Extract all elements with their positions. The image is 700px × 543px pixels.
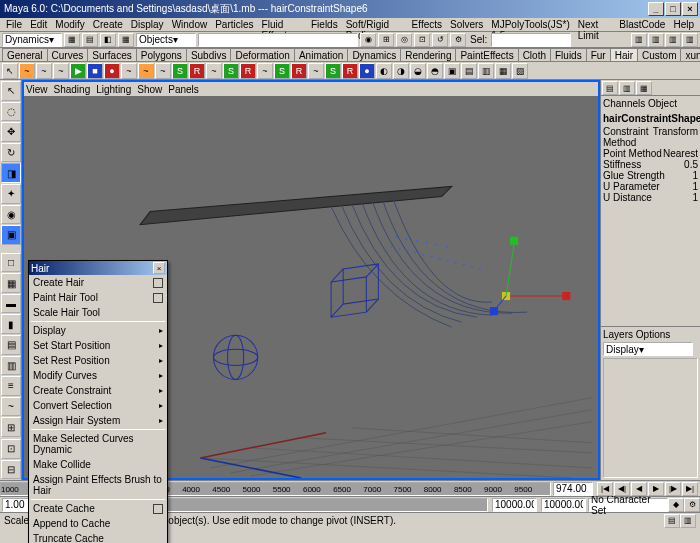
anim-end-field[interactable]	[541, 498, 586, 512]
tab-polygons[interactable]: Polygons	[136, 48, 187, 61]
snap-1-icon[interactable]: ◉	[360, 33, 376, 47]
menu-display[interactable]: Display	[127, 18, 168, 31]
shelf-icon-4[interactable]: ~	[53, 63, 69, 79]
lasso-tool-icon[interactable]: ◌	[1, 102, 21, 122]
step-fwd-icon[interactable]: |▶	[665, 482, 681, 496]
shelf-icon-7[interactable]: ~	[121, 63, 137, 79]
hair-menu-item[interactable]: Truncate Cache	[29, 531, 167, 543]
tab-fluids[interactable]: Fluids	[550, 48, 587, 61]
shelf-icon-9[interactable]: ~	[155, 63, 171, 79]
shelf-icon-20[interactable]: ▥	[478, 63, 494, 79]
attr-value[interactable]: 0.5	[684, 159, 698, 170]
snap-4-icon[interactable]: ⊡	[414, 33, 430, 47]
hair-menu-item[interactable]: Convert Selection▸	[29, 398, 167, 413]
hair-menu-item[interactable]: Set Rest Position▸	[29, 353, 167, 368]
range-end-field[interactable]	[492, 498, 537, 512]
rotate-tool-icon[interactable]: ↻	[1, 143, 21, 163]
hair-menu-item[interactable]: Modify Curves▸	[29, 368, 167, 383]
menu-particles[interactable]: Particles	[211, 18, 257, 31]
menu-soft-rigid[interactable]: Soft/Rigid Bodies	[342, 18, 408, 31]
step-back-icon[interactable]: ◀|	[614, 482, 630, 496]
menu-modify[interactable]: Modify	[51, 18, 88, 31]
quick-render-icon[interactable]: ⊡	[1, 439, 21, 459]
layout-3b-icon[interactable]: ▥	[1, 356, 21, 376]
menu-next-limit[interactable]: Next Limit	[574, 18, 616, 31]
tab-general[interactable]: General	[2, 48, 48, 61]
option-box-icon[interactable]	[153, 278, 163, 288]
hair-menu-item[interactable]: Assign Paint Effects Brush to Hair	[29, 472, 167, 498]
close-button[interactable]: ×	[682, 2, 698, 16]
menu-help[interactable]: Help	[669, 18, 698, 31]
scale-handle-y[interactable]	[510, 237, 518, 245]
shelf-icon-16[interactable]: ◒	[410, 63, 426, 79]
name-field[interactable]	[198, 33, 358, 47]
attr-tab-icon[interactable]: ▦	[636, 81, 652, 95]
soft-tool-icon[interactable]: ◉	[1, 205, 21, 225]
shelf-icon-8[interactable]: ~	[138, 63, 154, 79]
charset-dropdown[interactable]: No Character Set	[588, 498, 668, 512]
hair-menu-item[interactable]: Create Constraint▸	[29, 383, 167, 398]
tab-custom[interactable]: Custom	[637, 48, 681, 61]
tab-rendering[interactable]: Rendering	[400, 48, 456, 61]
shelf-icon-1[interactable]: ↖	[2, 63, 18, 79]
vp-menu-shading[interactable]: Shading	[54, 84, 91, 95]
panel-btn-4[interactable]: ▥	[682, 33, 698, 47]
display-layer-dropdown[interactable]: Display ▾	[603, 342, 693, 356]
panel-btn-2[interactable]: ▥	[648, 33, 664, 47]
mode-dropdown[interactable]: Dynamics ▾	[2, 33, 62, 47]
hair-menu-item[interactable]: Paint Hair Tool	[29, 290, 167, 305]
shelf-icon-r1[interactable]: R	[189, 63, 205, 79]
tab-subdivs[interactable]: Subdivs	[186, 48, 232, 61]
layout-2v-icon[interactable]: ▮	[1, 314, 21, 334]
attr-value[interactable]: Transform	[653, 126, 698, 148]
status-btn-2[interactable]: ▤	[82, 33, 98, 47]
sel-field[interactable]	[491, 33, 571, 47]
layout-four-icon[interactable]: ▦	[1, 273, 21, 293]
shelf-icon-13[interactable]: ●	[359, 63, 375, 79]
channel-tab-icon[interactable]: ▤	[602, 81, 618, 95]
hair-menu-item[interactable]: Create Cache	[29, 501, 167, 516]
shelf-icon-r3[interactable]: R	[291, 63, 307, 79]
shelf-icon-r2[interactable]: R	[240, 63, 256, 79]
attr-value[interactable]: 1	[692, 181, 698, 192]
shelf-icon-s2[interactable]: S	[223, 63, 239, 79]
prefs-icon[interactable]: ⚙	[684, 498, 700, 512]
tab-surfaces[interactable]: Surfaces	[87, 48, 136, 61]
script-btn-2[interactable]: ▥	[680, 514, 696, 528]
shelf-icon-6[interactable]: ●	[104, 63, 120, 79]
layout-outliner-icon[interactable]: ≡	[1, 376, 21, 396]
shelf-icon-21[interactable]: ▦	[495, 63, 511, 79]
channel-node-name[interactable]: hairConstraintShape6	[601, 111, 700, 126]
option-box-icon[interactable]	[153, 293, 163, 303]
hair-menu-item[interactable]: Assign Hair System▸	[29, 413, 167, 428]
shelf-icon-s3[interactable]: S	[274, 63, 290, 79]
hair-menu-item[interactable]: Display▸	[29, 323, 167, 338]
menu-window[interactable]: Window	[168, 18, 212, 31]
shelf-icon-22[interactable]: ▧	[512, 63, 528, 79]
option-box-icon[interactable]	[153, 504, 163, 514]
tab-fur[interactable]: Fur	[586, 48, 611, 61]
shelf-icon-5[interactable]: ■	[87, 63, 103, 79]
hair-menu-item[interactable]: Create Hair	[29, 275, 167, 290]
layout-graph-icon[interactable]: ~	[1, 397, 21, 417]
shelf-icon-14[interactable]: ◐	[376, 63, 392, 79]
shelf-icon-r4[interactable]: R	[342, 63, 358, 79]
hair-menu-title[interactable]: Hair ×	[29, 261, 167, 275]
attr-value[interactable]: 1	[692, 170, 698, 181]
go-start-icon[interactable]: |◀	[597, 482, 613, 496]
menu-fields[interactable]: Fields	[307, 18, 342, 31]
menu-blastcode[interactable]: BlastCode	[615, 18, 669, 31]
minimize-button[interactable]: _	[648, 2, 664, 16]
vp-menu-show[interactable]: Show	[137, 84, 162, 95]
hair-menu-item[interactable]: Make Collide	[29, 457, 167, 472]
tab-deformation[interactable]: Deformation	[230, 48, 294, 61]
menu-file[interactable]: File	[2, 18, 26, 31]
tab-xun[interactable]: xun	[680, 48, 700, 61]
menu-fluid-effects[interactable]: Fluid Effects	[258, 18, 307, 31]
hair-menu-item[interactable]: Make Selected Curves Dynamic	[29, 431, 167, 457]
panel-btn-1[interactable]: ▥	[631, 33, 647, 47]
shelf-icon-15[interactable]: ◑	[393, 63, 409, 79]
shelf-icon-18[interactable]: ▣	[444, 63, 460, 79]
play-back-icon[interactable]: ◀	[631, 482, 647, 496]
tab-cloth[interactable]: Cloth	[518, 48, 551, 61]
